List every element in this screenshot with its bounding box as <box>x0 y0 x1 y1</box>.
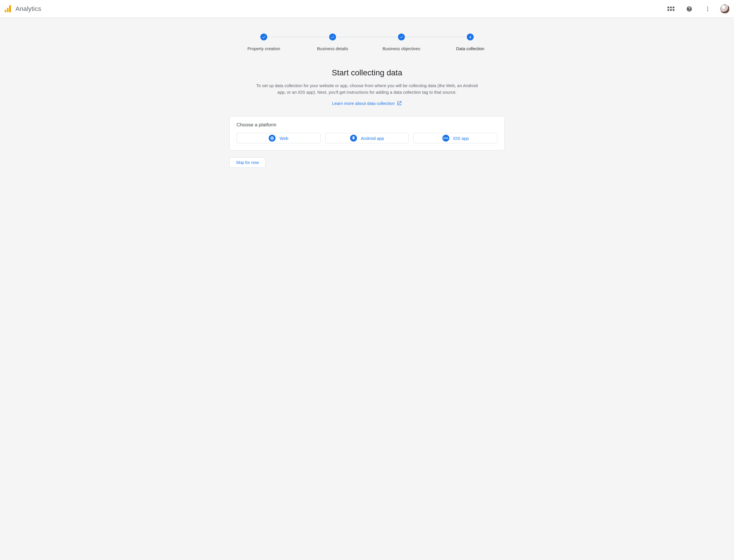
analytics-logo-icon <box>5 5 11 12</box>
step-number: 4 <box>467 34 474 40</box>
avatar[interactable] <box>720 4 729 13</box>
learn-more-link[interactable]: Learn more about data collection <box>332 101 402 106</box>
platform-android-button[interactable]: Android app <box>325 133 409 143</box>
skip-button[interactable]: Skip for now <box>229 157 265 168</box>
page-body: Property creation Business details Busin… <box>0 18 734 560</box>
more-vert-icon[interactable] <box>702 3 713 15</box>
app-title: Analytics <box>15 5 41 13</box>
help-icon[interactable] <box>684 3 695 15</box>
step-label: Business objectives <box>367 46 436 51</box>
apps-icon[interactable] <box>665 3 677 15</box>
step-business-objectives: Business objectives <box>367 34 436 51</box>
ios-icon: iOS <box>443 135 449 142</box>
card-title: Choose a platform <box>236 122 498 128</box>
learn-more-label: Learn more about data collection <box>332 101 395 106</box>
svg-point-2 <box>707 10 708 11</box>
open-in-new-icon <box>397 101 402 106</box>
android-icon <box>350 135 357 142</box>
checkmark-icon <box>329 34 336 40</box>
step-data-collection: 4 Data collection <box>436 34 505 51</box>
checkmark-icon <box>260 34 267 40</box>
step-label: Data collection <box>436 46 505 51</box>
page-subtitle: To set up data collection for your websi… <box>255 83 479 95</box>
platform-label: iOS app <box>453 136 469 141</box>
svg-point-1 <box>707 8 708 9</box>
step-label: Property creation <box>229 46 298 51</box>
platform-web-button[interactable]: Web <box>236 133 320 143</box>
svg-point-0 <box>707 6 708 7</box>
platform-ios-button[interactable]: iOS iOS app <box>414 133 498 143</box>
stepper: Property creation Business details Busin… <box>229 34 505 51</box>
checkmark-icon <box>398 34 405 40</box>
page-title: Start collecting data <box>229 68 505 77</box>
step-property-creation: Property creation <box>229 34 298 51</box>
web-icon <box>269 135 275 142</box>
step-business-details: Business details <box>298 34 367 51</box>
step-label: Business details <box>298 46 367 51</box>
platform-label: Web <box>279 136 288 141</box>
choose-platform-card: Choose a platform Web Android app iOS <box>229 116 505 150</box>
app-bar: Analytics <box>0 0 734 18</box>
platform-label: Android app <box>361 136 384 141</box>
